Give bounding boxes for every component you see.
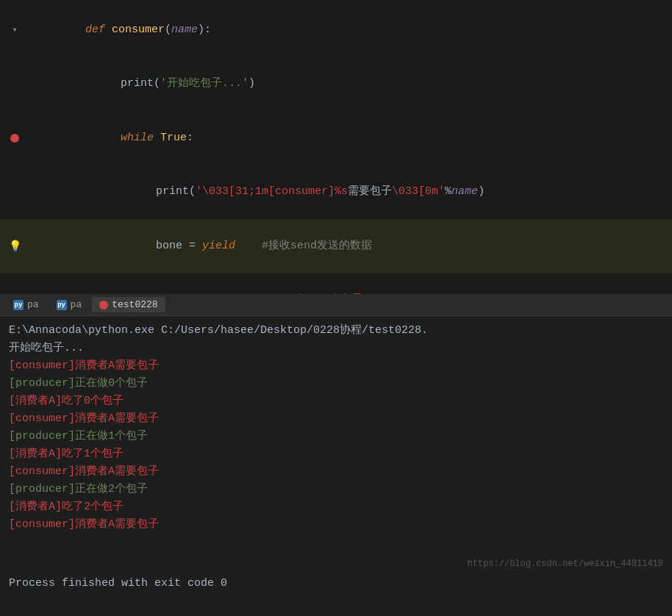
tab-pa-2[interactable]: py pa	[49, 297, 90, 312]
term-line-10: [消费者A]吃了2个包子	[9, 498, 663, 516]
line-content-1: def consumer(name):	[29, 3, 672, 57]
gutter-2	[0, 57, 29, 112]
func-name: consumer	[112, 24, 165, 36]
term-line-9: [producer]正在做2个包子	[9, 481, 663, 498]
line-content-6: print('\033[31;1m[%s]吃了%s个包子\033[0m'%(na…	[29, 273, 672, 295]
paren-close: ):	[198, 24, 211, 36]
py-icon-2: py	[57, 300, 67, 310]
line-content-4: print('\033[31;1m[consumer]%s需要包子\033[0m…	[29, 165, 672, 220]
terminal-panel: py pa py pa test0228 E:\Annacoda\python.…	[0, 294, 672, 595]
yield-kw: yield	[202, 240, 235, 252]
terminal-tabs: py pa py pa test0228	[0, 294, 672, 316]
term-line-8: [consumer]消费者A需要包子	[9, 463, 663, 481]
term-line-11: [consumer]消费者A需要包子	[9, 516, 663, 534]
bulb-icon-5: 💡	[9, 240, 21, 252]
code-line-1: ▾ def consumer(name):	[0, 3, 672, 57]
watermark: https://blog.csdn.net/weixin_44911419	[468, 559, 663, 569]
term-line-3: [producer]正在做0个包子	[9, 375, 663, 393]
colon: :	[187, 132, 193, 144]
kw-while: while	[121, 132, 160, 144]
term-line-7: [消费者A]吃了1个包子	[9, 445, 663, 463]
code-line-2: print('开始吃包子...')	[0, 57, 672, 112]
tab-label-test: test0228	[112, 299, 157, 310]
fold-icon-1[interactable]: ▾	[12, 24, 17, 35]
terminal-output: E:\Annacoda\python.exe C:/Users/hasee/De…	[0, 316, 672, 595]
tab-test0228[interactable]: test0228	[92, 297, 165, 312]
string-val: '开始吃包子...'	[160, 77, 249, 90]
paren: (	[165, 24, 171, 36]
line-content-2: print('开始吃包子...')	[29, 57, 672, 112]
paren-close: )	[249, 77, 255, 90]
term-line-2: [consumer]消费者A需要包子	[9, 357, 663, 375]
param-name: name	[171, 24, 198, 36]
code-editor: ▾ def consumer(name): print('开始吃包子...') …	[0, 0, 672, 294]
gutter-4	[0, 165, 29, 220]
code-line-5: 💡 bone = yield #接收send发送的数据	[0, 219, 672, 273]
gutter-1: ▾	[0, 3, 29, 57]
term-line-6: [producer]正在做1个包子	[9, 428, 663, 445]
gutter-6	[0, 273, 29, 295]
tab-pa-1[interactable]: py pa	[6, 297, 46, 312]
breakpoint-icon-3[interactable]	[10, 134, 19, 143]
code-line-6: print('\033[31;1m[%s]吃了%s个包子\033[0m'%(na…	[0, 273, 672, 295]
code-line-3: while True:	[0, 111, 672, 165]
gutter-3	[0, 111, 29, 165]
bone-var: bone	[156, 240, 182, 252]
print-4: print(	[156, 185, 196, 198]
tab-label-pa1: pa	[27, 299, 39, 310]
line-content-5: bone = yield #接收send发送的数据	[29, 219, 672, 273]
run-icon	[99, 301, 108, 309]
print-call: print(	[121, 77, 160, 90]
term-line-5: [consumer]消费者A需要包子	[9, 410, 663, 428]
gutter-5: 💡	[0, 219, 29, 273]
kw-true: True	[160, 132, 187, 144]
process-finished-line: Process finished with exit code 0	[0, 577, 236, 590]
py-icon-1: py	[13, 300, 24, 310]
term-line-1: 开始吃包子...	[9, 340, 663, 357]
comment-5: #接收send发送的数据	[235, 240, 372, 252]
escape-4: '\033[31;1m[consumer]%s	[196, 185, 348, 198]
line-content-3: while True:	[29, 111, 672, 165]
code-line-4: print('\033[31;1m[consumer]%s需要包子\033[0m…	[0, 165, 672, 220]
tab-label-pa2: pa	[71, 299, 82, 310]
name-var: name	[451, 185, 478, 198]
code-lines: ▾ def consumer(name): print('开始吃包子...') …	[0, 0, 672, 294]
term-line-0: E:\Annacoda\python.exe C:/Users/hasee/De…	[9, 322, 663, 340]
keyword-def: def	[85, 24, 112, 36]
term-line-4: [消费者A]吃了0个包子	[9, 393, 663, 410]
